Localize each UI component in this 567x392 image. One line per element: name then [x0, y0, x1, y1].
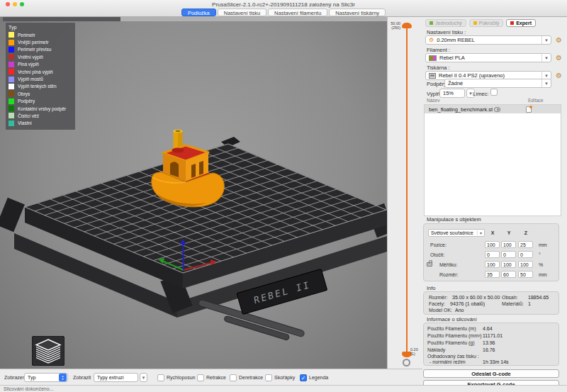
mode-advanced-icon — [473, 21, 477, 25]
shells-label: Skořápky — [274, 375, 295, 380]
legend-item: Vnější perimetr — [9, 38, 72, 45]
size-y-input[interactable]: 60 — [501, 271, 516, 278]
legend-item: Vlastní — [9, 120, 72, 127]
rotate-z-input[interactable]: 0 — [518, 251, 533, 258]
info-facets-value: 94376 (1 obalů) — [450, 301, 485, 306]
layer-slider-top-label: 50.00(250) — [389, 21, 400, 30]
lock-icon[interactable] — [427, 262, 432, 267]
tab-plater[interactable]: Podložka — [181, 9, 216, 16]
show-dropdown-button[interactable]: ▾ — [140, 373, 147, 382]
scale-y-input[interactable]: 100 — [501, 261, 516, 268]
scale-z-input[interactable]: 100 — [518, 261, 533, 268]
object-name-header: Název — [427, 98, 439, 103]
eye-icon[interactable] — [494, 107, 500, 112]
position-y-input[interactable]: 100 — [501, 241, 516, 248]
travel-label: Rychloposun — [167, 375, 195, 380]
legend-color-swatch — [9, 121, 14, 126]
info-volume-label: Obsah: — [502, 295, 518, 300]
show-select[interactable]: Typy extruzí — [94, 373, 138, 382]
filament-m-label: Použito Filamentu (m) — [427, 326, 476, 331]
tab-filament-settings[interactable]: Nastavení filamentu — [268, 9, 327, 16]
send-gcode-button[interactable]: Odeslat G-code — [423, 369, 559, 378]
layer-slider-bottom-label: 0.20(1) — [410, 347, 418, 356]
printer-label: Tiskárna : — [427, 65, 450, 71]
slicing-info-panel: Použito Filamentu (m) 4.64 Použito Filam… — [423, 323, 559, 366]
chevron-down-icon: ▾ — [541, 54, 551, 62]
scale-x-input[interactable]: 100 — [485, 261, 500, 268]
supports-select[interactable]: Žádné ▾ — [444, 79, 551, 88]
status-bar: Slicování dokončeno... — [0, 385, 567, 392]
coordinates-select[interactable]: Světové souřadnice ▾ — [428, 229, 485, 237]
legend-item: Čistící věž — [9, 112, 72, 119]
object-list-row[interactable]: ben_floating_benchmark.stl — [425, 105, 561, 113]
brim-checkbox[interactable] — [490, 89, 498, 96]
layer-slider-column: 50.00(250) 0.20(1) — [387, 17, 422, 369]
position-label: Pozice: — [430, 242, 447, 247]
legend-color-swatch — [9, 99, 14, 104]
legend-item: Obrys — [9, 90, 72, 97]
object-edit-header: Editace — [528, 98, 544, 103]
retractions-label: Retrakce — [206, 375, 226, 380]
shells-checkbox[interactable] — [265, 374, 272, 381]
bottom-toolbar: Zobrazení Typ ▲▼ Zobrazit Typy extruzí ▾… — [0, 369, 422, 385]
print-time-value: 1h 33m 14s — [483, 359, 509, 364]
rotate-y-input[interactable]: 0 — [501, 251, 516, 258]
size-x-input[interactable]: 35 — [485, 271, 500, 278]
print-settings-gear-button[interactable]: ⚙ — [554, 35, 563, 45]
mode-switcher: Jednoduchý Pokročilý Expert — [425, 19, 536, 27]
chevron-down-icon: ▾ — [477, 230, 484, 235]
rotate-label: Otočit: — [430, 252, 444, 257]
chevron-down-icon: ▾ — [541, 36, 551, 44]
layer-slider-track[interactable] — [406, 28, 408, 352]
manipulation-panel: Světové souřadnice ▾ X Y Z Pozice: 100 1… — [423, 223, 559, 281]
infill-select[interactable]: 15% — [439, 89, 465, 98]
filament-label: Filament : — [427, 47, 450, 53]
position-z-input[interactable]: 25 — [518, 241, 533, 248]
info-size-label: Rozměr: — [429, 295, 447, 300]
layer-slider-upper-handle[interactable] — [402, 23, 412, 28]
printer-gear-button[interactable]: ⚙ — [554, 71, 563, 80]
print-settings-select[interactable]: ⚙ 0.20mm REBEL ▾ — [425, 35, 551, 45]
print-time-mode: - normální režim — [430, 359, 466, 364]
info-facets-label: Facety: — [429, 301, 445, 306]
position-x-input[interactable]: 100 — [485, 241, 500, 248]
travel-checkbox[interactable] — [157, 374, 164, 381]
legend-panel: Typ Perimetr Vnější perimetr Perimetr př… — [6, 23, 75, 130]
mode-expert-button[interactable]: Expert — [506, 19, 536, 27]
single-layer-toggle-icon[interactable] — [403, 359, 410, 366]
tab-printer-settings[interactable]: Nastavení tiskárny — [329, 9, 386, 16]
rotate-x-input[interactable]: 0 — [485, 251, 500, 258]
layers-view-icon[interactable] — [32, 336, 64, 366]
axis-z-header: Z — [518, 230, 534, 235]
tab-print-settings[interactable]: Nastavení tisku — [218, 9, 266, 16]
viewport-3d[interactable]: REBEL II — [0, 17, 387, 369]
legend-item: Perimetr převisu — [9, 46, 72, 53]
legend-item: Kontaktní vrstvy podpěr — [9, 105, 72, 112]
mode-simple-button[interactable]: Jednoduchý — [425, 19, 466, 27]
size-z-input[interactable]: 50 — [518, 271, 533, 278]
info-title: Info — [427, 285, 436, 291]
view-select[interactable]: Typ ▲▼ — [24, 373, 68, 382]
edit-object-icon[interactable] — [526, 106, 532, 113]
position-unit: mm — [539, 242, 547, 247]
cost-label: Náklady — [427, 347, 445, 352]
legend-color-swatch — [9, 40, 14, 45]
info-volume-value: 18854.65 — [528, 295, 549, 300]
print-settings-icon: ⚙ — [429, 38, 434, 43]
scale-label: Měřítko: — [439, 262, 457, 267]
window-title: PrusaSlicer-2.1.0-rc2+-201909111218 zalo… — [0, 1, 567, 8]
legend-color-swatch — [9, 113, 14, 118]
filament-gear-button[interactable]: ⚙ — [554, 53, 563, 62]
legend-title: Typ — [9, 25, 72, 30]
deretractions-checkbox[interactable] — [230, 374, 237, 381]
print-settings-label: Nastavení tisku : — [427, 29, 466, 35]
printer-icon — [429, 73, 436, 79]
filament-mm3-label: Použito Filamentu (mm³) — [427, 333, 482, 338]
filament-select[interactable]: Rebel PLA ▾ — [425, 53, 551, 62]
object-list-header: Název Editace — [424, 98, 561, 104]
scale-unit: % — [539, 262, 543, 267]
legend-checkbox[interactable] — [300, 374, 307, 381]
retractions-checkbox[interactable] — [197, 374, 204, 381]
print-time-title: Odhadovaný čas tisku : — [427, 354, 479, 359]
mode-advanced-button[interactable]: Pokročilý — [469, 19, 503, 27]
